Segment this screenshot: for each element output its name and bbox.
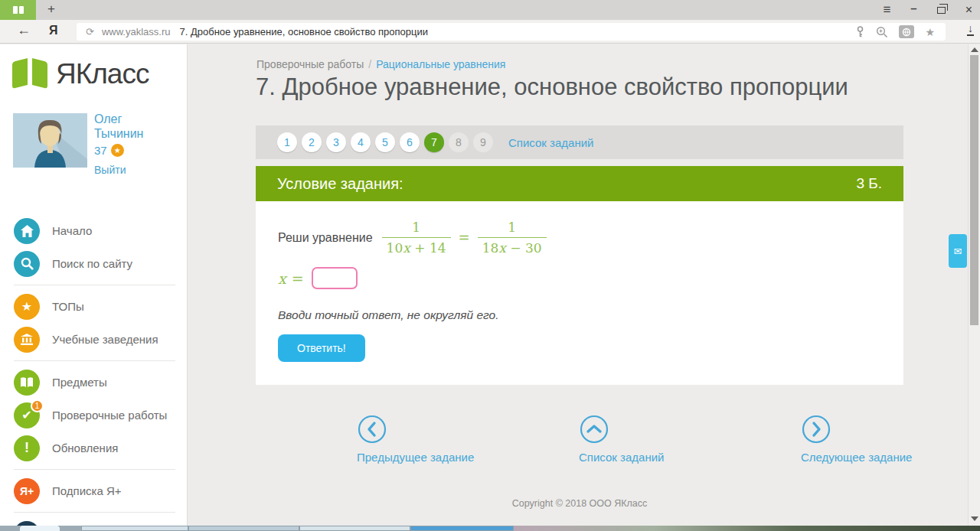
home-icon [14,218,40,244]
sidebar-item-news[interactable]: Новости [0,517,187,526]
sidebar-item-tops[interactable]: ★ ТОПы [0,290,187,323]
yaklass-logo-text: ЯКласс [56,58,149,90]
task-condition-header: Условие задания: 3 Б. [256,166,903,201]
yaklass-book-icon [10,57,50,91]
task-pill-1[interactable]: 1 [277,132,297,152]
page-title: 7. Дробное уравнение, основное свойство … [256,73,848,101]
address-url[interactable]: www.yaklass.ru [102,26,171,37]
answer-equals-sign: = [292,270,304,287]
sidebar-item-tests[interactable]: ✔ 1 Проверочные работы [0,399,187,432]
condition-label: Условие задания: [277,175,403,193]
browser-address-row: ← Я ⟳ www.yaklass.ru 7. Дробное уравнени… [0,20,980,44]
address-bar[interactable]: ⟳ www.yaklass.ru 7. Дробное уравнение, о… [77,23,946,41]
answer-hint: Вводи точный ответ, не округляй его. [278,308,499,322]
sidebar-item-subscription[interactable]: Я+ Подписка Я+ [0,474,187,507]
sidebar-item-home[interactable]: Начало [0,214,187,247]
task-pill-7-active[interactable]: 7 [424,132,444,152]
points-star-icon: ★ [111,144,124,157]
sidebar-item-updates[interactable]: ! Обновления [0,432,187,464]
browser-tab-yaklass[interactable] [0,0,36,20]
task-pill-3[interactable]: 3 [326,132,346,152]
answer-variable: x [278,270,286,287]
next-task-nav[interactable]: Следующее задание [801,414,816,464]
sidebar-menu: Начало Поиск по сайту ★ ТОПы Учебные зав… [0,214,187,526]
sidebar: ЯКласс Олег Тычинин 37 ★ Выйти Начало По… [0,44,188,526]
feedback-envelope-icon[interactable]: ✉ [949,234,967,268]
sidebar-divider [14,512,175,513]
sidebar-divider [14,469,175,470]
refresh-icon[interactable]: ⟳ [86,26,94,37]
back-button[interactable]: ← [17,22,31,38]
password-key-icon[interactable] [855,26,865,37]
sidebar-divider [14,360,175,361]
task-pill-6[interactable]: 6 [400,132,420,152]
open-book-icon [14,370,40,396]
taskbar-sliver [0,526,980,531]
yaklass-favicon-icon [13,6,24,14]
browser-menu-icon[interactable]: ≡ [883,2,890,18]
bookmark-star-icon[interactable]: ★ [925,26,935,38]
search-icon [14,251,40,277]
window-close-button[interactable]: × [965,3,972,17]
scrollbar-up-arrow[interactable] [971,47,978,52]
copyright: Copyright © 2018 ООО ЯКласс [256,498,903,509]
breadcrumb-parent[interactable]: Проверочные работы [256,58,364,70]
scrollbar-thumb[interactable] [970,55,978,325]
address-page-title: 7. Дробное уравнение, основное свойство … [179,26,855,37]
yaklass-logo[interactable]: ЯКласс [10,57,149,91]
checkmark-icon: ✔ 1 [14,402,40,428]
window-restore-button[interactable] [937,7,946,14]
breadcrumb: Проверочные работы/Рациональные уравнени… [256,58,505,70]
breadcrumb-current-link[interactable]: Рациональные уравнения [376,58,505,70]
sidebar-divider [14,285,175,285]
task-pill-5[interactable]: 5 [375,132,395,152]
chevron-left-circle-icon[interactable] [357,414,387,448]
task-number-bar: 1 2 3 4 5 6 7 8 9 Список заданий [256,125,903,159]
sidebar-item-institutions[interactable]: Учебные заведения [0,323,187,356]
notification-badge: 1 [31,399,44,412]
task-list-nav[interactable]: Список заданий [579,414,594,464]
chevron-up-circle-icon[interactable] [579,414,609,448]
task-pill-2[interactable]: 2 [302,132,322,152]
task-card: Реши уравнение 1 10x + 14 = 1 18x − 30 x… [256,201,903,385]
ya-plus-icon: Я+ [14,478,40,504]
points-label: 3 Б. [856,175,882,192]
equation-right-fraction: 1 18x − 30 [478,220,547,256]
browser-tab-strip: + ≡ – × [0,0,980,20]
task-pill-4[interactable]: 4 [351,132,371,152]
equation-left-fraction: 1 10x + 14 [382,220,451,256]
prev-task-nav[interactable]: Предыдущее задание [357,414,372,464]
user-name[interactable]: Олег Тычинин [94,112,143,141]
logout-link[interactable]: Выйти [94,164,126,176]
scrollbar-down-arrow[interactable] [971,516,978,521]
avatar[interactable] [13,113,87,168]
answer-input[interactable] [312,267,358,289]
submit-answer-button[interactable]: Ответить! [278,334,365,362]
main-content: Проверочные работы/Рациональные уравнени… [188,44,968,526]
sidebar-item-subjects[interactable]: Предметы [0,366,187,399]
task-pill-8[interactable]: 8 [449,132,469,152]
turbo-mode-icon[interactable] [899,25,914,38]
yandex-logo-icon[interactable]: Я [49,24,58,37]
task-list-link[interactable]: Список заданий [508,136,593,149]
equation-equals-sign: = [459,230,470,246]
institution-icon [14,327,40,353]
new-tab-button[interactable]: + [43,2,60,17]
star-icon: ★ [14,294,40,320]
user-points: 37 [94,144,107,157]
chevron-right-circle-icon[interactable] [801,414,831,448]
downloads-icon[interactable]: ↓ [967,23,974,36]
window-minimize-button[interactable]: – [910,2,916,15]
exclamation-icon: ! [14,435,40,461]
zoom-page-icon[interactable] [876,26,888,38]
task-pill-9[interactable]: 9 [473,132,493,152]
page-scrollbar[interactable] [968,44,980,526]
task-prompt: Реши уравнение [278,231,373,245]
sidebar-item-search[interactable]: Поиск по сайту [0,247,187,280]
